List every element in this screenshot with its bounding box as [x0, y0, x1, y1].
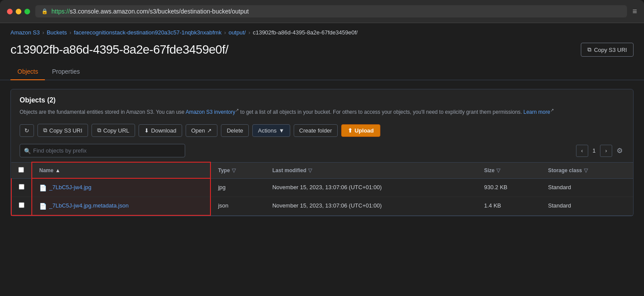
copy-s3-icon: ⧉ — [43, 127, 47, 134]
table-row: 📄 _7LbC5J-jw4.jpg jpg November 15, 2023,… — [11, 178, 633, 197]
row-2-file-link[interactable]: 📄 _7LbC5J-jw4.jpg.metadata.json — [39, 202, 203, 210]
close-button[interactable] — [7, 9, 13, 14]
row-2-storage-cell: Standard — [541, 197, 633, 216]
learn-more-link[interactable]: Learn more — [523, 109, 550, 115]
row-1-checkbox-cell[interactable] — [11, 178, 32, 197]
url-path: s3.console.aws.amazon.com/s3/buckets/des… — [70, 8, 249, 15]
search-wrapper: 🔍 — [20, 144, 185, 157]
copy-s3-uri-button[interactable]: ⧉ Copy S3 URI — [37, 124, 88, 137]
search-row: 🔍 ‹ 1 › ⚙ — [11, 141, 633, 162]
page-title: c13902fb-a86d-4395-8a2e-67fde3459e0f/ — [10, 43, 228, 57]
main-content: Amazon S3 › Buckets › facerecognitionsta… — [0, 23, 644, 296]
select-all-header[interactable] — [11, 162, 32, 178]
open-button[interactable]: Open ↗ — [186, 124, 218, 137]
table-row: 📄 _7LbC5J-jw4.jpg.metadata.json json Nov… — [11, 197, 633, 216]
objects-table: Name ▲ Type ▽ Last modif — [11, 162, 633, 216]
breadcrumb-link-s3[interactable]: Amazon S3 — [10, 29, 40, 36]
create-folder-label: Create folder — [299, 127, 332, 134]
row-2-size-cell: 1.4 KB — [477, 197, 541, 216]
copy-icon-header: ⧉ — [587, 46, 591, 53]
actions-arrow-icon: ▼ — [279, 127, 285, 134]
row-1-size-cell: 930.2 KB — [477, 178, 541, 197]
open-ext-icon: ↗ — [207, 127, 212, 134]
description-mid: to get a list of all objects in your buc… — [239, 109, 523, 115]
page-prev-button[interactable]: ‹ — [576, 145, 588, 157]
url-display: https://s3.console.aws.amazon.com/s3/buc… — [51, 8, 249, 15]
objects-panel-header: Objects (2) Objects are the fundamental … — [11, 89, 633, 119]
row-1-storage-cell: Standard — [541, 178, 633, 197]
select-all-checkbox[interactable] — [18, 167, 24, 173]
refresh-button[interactable]: ↻ — [20, 124, 34, 137]
page-next-button[interactable]: › — [600, 145, 612, 157]
row-2-file-icon: 📄 — [39, 203, 47, 210]
name-header-label: Name — [39, 167, 54, 174]
ext-link-icon: ↗ — [235, 108, 239, 112]
breadcrumb-link-buckets[interactable]: Buckets — [47, 29, 67, 36]
breadcrumb-link-bucket-name[interactable]: facerecognitionstack-destination920a3c57… — [74, 29, 221, 36]
pagination-controls: ‹ 1 › ⚙ — [576, 145, 624, 157]
inventory-link[interactable]: Amazon S3 inventory — [186, 109, 235, 115]
name-sort-icon: ▲ — [55, 167, 61, 174]
table-header-row: Name ▲ Type ▽ Last modif — [11, 162, 633, 178]
last-modified-column-header[interactable]: Last modified ▽ — [265, 162, 477, 178]
row-2-filename: _7LbC5J-jw4.jpg.metadata.json — [49, 202, 129, 209]
row-1-filename: _7LbC5J-jw4.jpg — [49, 184, 92, 191]
objects-panel: Objects (2) Objects are the fundamental … — [10, 89, 634, 216]
row-1-file-link[interactable]: 📄 _7LbC5J-jw4.jpg — [39, 184, 203, 191]
row-2-name-cell: 📄 _7LbC5J-jw4.jpg.metadata.json — [32, 197, 210, 216]
create-folder-button[interactable]: Create folder — [294, 124, 338, 137]
breadcrumb-link-output[interactable]: output/ — [228, 29, 246, 36]
row-1-checkbox[interactable] — [19, 184, 24, 190]
tab-properties[interactable]: Properties — [45, 64, 87, 80]
breadcrumb-sep-4: › — [248, 30, 250, 36]
copy-url-label: Copy URL — [103, 127, 129, 134]
lock-icon: 🔒 — [41, 8, 48, 14]
row-2-modified-cell: November 15, 2023, 13:07:06 (UTC+01:00) — [265, 197, 477, 216]
delete-label: Delete — [227, 127, 243, 134]
search-input[interactable] — [20, 144, 185, 157]
type-header-label: Type — [218, 167, 230, 174]
type-column-header[interactable]: Type ▽ — [210, 162, 265, 178]
table-body: 📄 _7LbC5J-jw4.jpg jpg November 15, 2023,… — [11, 178, 633, 215]
search-icon: 🔍 — [24, 147, 31, 154]
url-protocol: https:// — [51, 8, 70, 15]
storage-class-column-header[interactable]: Storage class ▽ — [541, 162, 633, 178]
breadcrumb-sep-2: › — [69, 30, 71, 36]
traffic-lights — [7, 9, 30, 14]
page-number: 1 — [591, 147, 597, 154]
copy-s3-uri-button-header[interactable]: ⧉ Copy S3 URI — [581, 43, 634, 57]
size-column-header[interactable]: Size ▽ — [477, 162, 541, 178]
delete-button[interactable]: Delete — [221, 124, 249, 137]
download-button[interactable]: ⬇ Download — [139, 124, 182, 137]
browser-chrome: 🔒 https://s3.console.aws.amazon.com/s3/b… — [0, 0, 644, 23]
breadcrumb-sep-3: › — [224, 30, 226, 36]
open-label: Open — [191, 127, 205, 134]
storage-class-sort-icon: ▽ — [584, 167, 588, 174]
upload-button[interactable]: ⬆ Upload — [341, 124, 380, 137]
browser-menu-icon[interactable]: ≡ — [632, 7, 637, 16]
actions-button[interactable]: Actions ▼ — [252, 124, 290, 137]
settings-button[interactable]: ⚙ — [615, 146, 624, 156]
row-2-type-cell: json — [210, 197, 265, 216]
toolbar: ↻ ⧉ Copy S3 URI ⧉ Copy URL ⬇ Download Op… — [11, 119, 633, 141]
ext-link-icon-2: ↗ — [550, 108, 554, 112]
address-bar[interactable]: 🔒 https://s3.console.aws.amazon.com/s3/b… — [35, 5, 627, 17]
copy-url-button[interactable]: ⧉ Copy URL — [92, 124, 135, 137]
last-modified-sort-icon: ▽ — [308, 167, 312, 174]
row-2-checkbox[interactable] — [19, 202, 24, 208]
fullscreen-button[interactable] — [24, 9, 30, 14]
breadcrumb-sep-1: › — [42, 30, 44, 36]
objects-panel-title: Objects (2) — [20, 96, 624, 104]
minimize-button[interactable] — [16, 9, 21, 14]
row-1-type-cell: jpg — [210, 178, 265, 197]
objects-description: Objects are the fundamental entities sto… — [20, 107, 624, 116]
row-2-checkbox-cell[interactable] — [11, 197, 32, 216]
copy-s3-uri-label-header: Copy S3 URI — [594, 47, 627, 53]
breadcrumb: Amazon S3 › Buckets › facerecognitionsta… — [0, 23, 644, 39]
last-modified-header-label: Last modified — [272, 167, 306, 174]
size-header-label: Size — [484, 167, 495, 174]
upload-label: Upload — [355, 127, 374, 134]
name-column-header[interactable]: Name ▲ — [32, 162, 210, 178]
tabs: Objects Properties — [0, 64, 644, 80]
tab-objects[interactable]: Objects — [10, 64, 45, 80]
